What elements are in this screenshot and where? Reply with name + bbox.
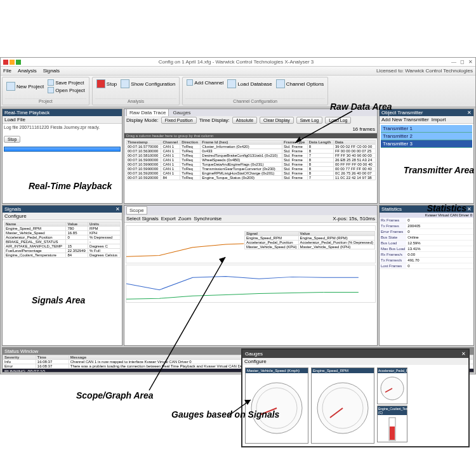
- table-row[interactable]: Accelerator_Pedal_PositionAccelerator_Pe…: [244, 241, 374, 245]
- table-row[interactable]: 00:07:10.5630000CAN 1TxReq0x433Std. Fram…: [126, 149, 376, 154]
- table-row[interactable]: 00:07:10.592000084TxReqEngine_Torque_Sta…: [126, 176, 376, 180]
- minimize-icon[interactable]: —: [451, 59, 456, 65]
- table-row[interactable]: Accelerator_Pedal_Position0% Depressed: [4, 235, 121, 240]
- close-icon[interactable]: ✕: [467, 206, 472, 212]
- cell: Error: [3, 364, 36, 369]
- add-channel-label: Add Channel: [194, 80, 223, 86]
- close-icon[interactable]: ✕: [116, 206, 120, 212]
- new-project-button[interactable]: New Project: [5, 79, 45, 94]
- table-row[interactable]: 00:07:16.5920000CAN 1TxReqEngineRPMListg…: [126, 171, 376, 176]
- cell: Std. Frame: [282, 162, 308, 167]
- table-row[interactable]: Master_Vehicle_Speed (KPH)Master_Vehicle…: [244, 245, 374, 249]
- menu-signals[interactable]: Signals: [43, 68, 60, 74]
- loadfile-link[interactable]: Load File: [4, 117, 25, 122]
- menu-analysis[interactable]: Analysis: [18, 68, 37, 74]
- col-header[interactable]: Value: [66, 222, 88, 227]
- displaymode-select[interactable]: Fixed Position: [161, 117, 197, 124]
- playback-stop-button[interactable]: Stop: [4, 136, 20, 143]
- sync-link[interactable]: Synchronise: [194, 216, 221, 221]
- window-title: Config on 1 April 14.xfg - Warwick Contr…: [21, 59, 451, 65]
- groupby-bar[interactable]: Drag a column header here to group by th…: [124, 133, 377, 138]
- show-config-button[interactable]: Show Configuration: [119, 79, 176, 89]
- gauges-configure[interactable]: Configure: [244, 359, 267, 364]
- cell: Engine_Speed_RPM: [4, 227, 66, 231]
- save-project-button[interactable]: Save Project: [46, 79, 86, 86]
- table-row[interactable]: Master_Vehicle_Speed16.85KPH: [4, 231, 121, 235]
- col-header[interactable]: Units: [88, 222, 121, 227]
- import-link[interactable]: Import: [432, 117, 446, 122]
- ribbon-channel-label: Channel Configuration: [185, 98, 325, 103]
- table-row[interactable]: 00:07:10.5990000CAN 1TxReqTransmissionGe…: [126, 167, 376, 171]
- table-row[interactable]: BRAKE_PEDAL_SW_STATUS-: [4, 240, 121, 244]
- col-header[interactable]: Direction: [180, 140, 201, 145]
- load-database-button[interactable]: Load Database: [226, 79, 273, 89]
- gauge-engine-rpm: Engine_Speed_RPM: [311, 367, 374, 444]
- maximize-icon[interactable]: ◻: [460, 59, 465, 65]
- table-row[interactable]: AIR_INTAKE_MANIFOLD_TEMP15Degrees C: [4, 244, 121, 249]
- scope-tab[interactable]: Scope: [126, 206, 147, 215]
- cell: FF 00 00 00 00 07 25: [333, 149, 375, 154]
- signals-configure-link[interactable]: Configure: [4, 213, 27, 219]
- select-signals-link[interactable]: Select Signals: [126, 216, 159, 221]
- col-header[interactable]: Value: [298, 232, 374, 236]
- scope-graph-2[interactable]: [126, 265, 376, 303]
- col-header[interactable]: Signal: [244, 232, 298, 236]
- menu-file[interactable]: File: [3, 68, 11, 74]
- cell: DesiredTorqueBrakeConfig0131tab1 (0x210): [201, 154, 282, 158]
- gauges-tab[interactable]: Gauges: [171, 109, 194, 116]
- table-row[interactable]: 00:07:10.5810000CAN 1TxReqDesiredTorqueB…: [126, 154, 376, 158]
- col-header[interactable]: Timestamp: [126, 140, 161, 145]
- transmitter-item[interactable]: Transmitter 1: [381, 125, 472, 133]
- timedisplay-select[interactable]: Absolute: [232, 117, 257, 124]
- table-row[interactable]: 00:07:10.5990000CAN 1TxReqTorqueDataAndE…: [126, 162, 376, 167]
- cell: Master_Vehicle_Speed (KPH): [298, 245, 374, 249]
- zoom-link[interactable]: Zoom: [178, 216, 191, 221]
- export-link[interactable]: Export: [161, 216, 176, 221]
- transmitter-item[interactable]: Transmitter 2: [381, 133, 472, 140]
- col-header[interactable]: Data Length: [307, 140, 333, 145]
- open-project-button[interactable]: Open Project: [46, 86, 86, 94]
- cell: 84: [161, 176, 180, 180]
- stats-device: Kvaser Virtual CAN Driver 0: [380, 213, 473, 218]
- col-header[interactable]: Channel: [161, 140, 180, 145]
- cell: CAN 1: [161, 145, 180, 149]
- app-window: Config on 1 April 14.xfg - Warwick Contr…: [0, 57, 476, 374]
- col-header[interactable]: Name: [4, 222, 66, 227]
- col-header[interactable]: Frame Id (hex): [201, 140, 282, 145]
- cell: Engine_Coolant_Temperature: [4, 253, 66, 258]
- col-header[interactable]: Frame Type: [282, 140, 308, 145]
- close-icon[interactable]: ✕: [461, 351, 466, 357]
- cell: KPH: [88, 231, 121, 235]
- cell: 00:07:16.5920000: [126, 171, 161, 176]
- transmitter-item[interactable]: Transmitter 3: [381, 140, 472, 148]
- gauge-3-title: Accelerator_Pedal_Position: [378, 368, 407, 373]
- col-header[interactable]: Data: [333, 140, 375, 145]
- add-transmitter-link[interactable]: Add New Transmitter: [381, 117, 429, 122]
- close-icon[interactable]: ✕: [467, 110, 472, 116]
- table-row[interactable]: FuelLevelPercentage22.352949% Full: [4, 249, 121, 253]
- add-channel-button[interactable]: Add Channel: [185, 79, 225, 86]
- table-row[interactable]: Engine_Speed_RPMEngine_Speed_RPM (RPM): [244, 236, 374, 241]
- show-config-label: Show Configuration: [131, 81, 175, 87]
- cell: Engine_Speed_RPM (RPM): [298, 236, 374, 241]
- scope-legend: SignalValueEngine_Speed_RPMEngine_Speed_…: [244, 230, 376, 250]
- stat-key: Tx Frames: [380, 223, 406, 229]
- table-row[interactable]: 00:07:16.5770000CAN 1TxReqCluster_Inform…: [126, 145, 376, 149]
- cell: Std. Frame: [282, 154, 308, 158]
- table-row[interactable]: Engine_Speed_RPM780RPM: [4, 227, 121, 231]
- clear-display-button[interactable]: Clear Display: [260, 117, 294, 124]
- close-icon[interactable]: ✕: [468, 59, 473, 65]
- col-header[interactable]: Time: [36, 355, 69, 360]
- table-row[interactable]: Engine_Coolant_Temperature84Degrees Cels…: [4, 253, 121, 258]
- col-header[interactable]: Severity: [3, 355, 36, 360]
- stats-title: Statistics: [381, 206, 402, 212]
- cell: Std. Frame: [282, 158, 308, 162]
- cell: 00:07:16.5900000: [126, 158, 161, 162]
- stop-button[interactable]: Stop: [95, 79, 118, 89]
- save-log-button[interactable]: Save Log: [296, 117, 323, 124]
- playback-progress[interactable]: [4, 147, 121, 152]
- thermometer-icon: [390, 426, 395, 440]
- table-row[interactable]: 00:07:16.5900000CAN 1TxReqWheelSpeeds (0…: [126, 158, 376, 162]
- load-log-button[interactable]: Load Log: [325, 117, 351, 124]
- channel-options-button[interactable]: Channel Options: [275, 79, 326, 89]
